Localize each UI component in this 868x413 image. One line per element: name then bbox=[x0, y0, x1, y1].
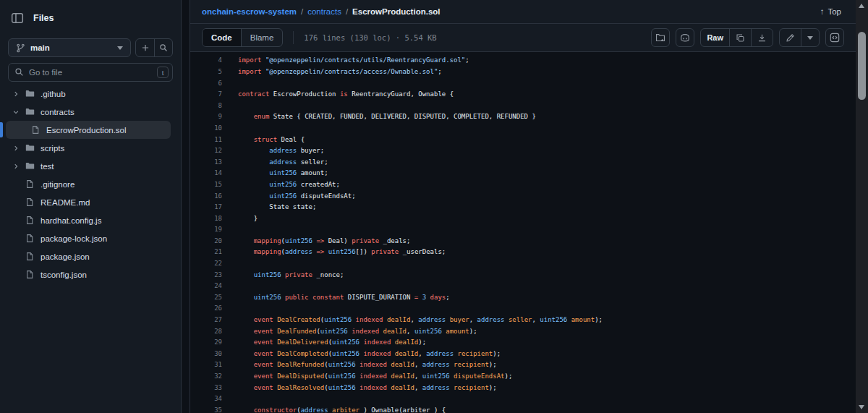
tab-blame[interactable]: Blame bbox=[242, 29, 283, 46]
line-number[interactable]: 31 bbox=[190, 361, 222, 368]
breadcrumb-folder-link[interactable]: contracts bbox=[307, 7, 341, 16]
page-scrollbar[interactable] bbox=[856, 0, 868, 413]
line-content: event DealFunded(uint256 indexed dealId,… bbox=[222, 328, 477, 335]
add-folder-icon bbox=[655, 33, 665, 43]
tree-item-package.json[interactable]: package.json bbox=[6, 247, 171, 265]
line-number[interactable]: 32 bbox=[190, 372, 222, 380]
line-content: contract EscrowProduction is ReentrancyG… bbox=[222, 90, 454, 98]
breadcrumb-repo-link[interactable]: onchain-escrow-system bbox=[202, 7, 297, 16]
back-to-top-button[interactable]: ↑ Top bbox=[820, 7, 841, 16]
raw-button[interactable]: Raw bbox=[701, 29, 729, 46]
symbols-panel-button[interactable] bbox=[825, 28, 844, 47]
line-number[interactable]: 27 bbox=[190, 316, 222, 323]
code-line: 25 uint256 public constant DISPUTE_DURAT… bbox=[190, 291, 856, 303]
line-number[interactable]: 28 bbox=[190, 328, 222, 335]
line-number[interactable]: 35 bbox=[190, 406, 222, 413]
download-button[interactable] bbox=[751, 29, 773, 46]
tab-code[interactable]: Code bbox=[203, 29, 242, 46]
copy-raw-button[interactable] bbox=[729, 29, 751, 46]
line-content: uint256 private _nonce; bbox=[222, 271, 344, 278]
code-line: 22 bbox=[190, 257, 856, 269]
tree-item-label: test bbox=[36, 162, 54, 171]
tree-item-package-lock.json[interactable]: package-lock.json bbox=[6, 229, 171, 247]
sidebar-resize-handle[interactable] bbox=[182, 0, 190, 413]
tree-item-label: tsconfig.json bbox=[36, 271, 87, 279]
branch-selector[interactable]: main bbox=[8, 38, 131, 57]
file-icon bbox=[31, 125, 40, 135]
line-content: event DealDelivered(uint256 indexed deal… bbox=[222, 339, 426, 346]
line-number[interactable]: 14 bbox=[190, 169, 222, 176]
tree-item-scripts[interactable]: scripts bbox=[6, 139, 171, 157]
chevron-right-icon bbox=[12, 163, 20, 170]
line-number[interactable]: 12 bbox=[190, 147, 222, 154]
line-number[interactable]: 9 bbox=[190, 113, 222, 120]
scroll-up-arrow-icon[interactable] bbox=[859, 4, 864, 8]
line-number[interactable]: 6 bbox=[190, 80, 222, 87]
edit-file-button[interactable] bbox=[780, 29, 801, 46]
line-number[interactable]: 8 bbox=[190, 102, 222, 109]
shortcut-key-hint: t bbox=[157, 67, 169, 78]
line-number[interactable]: 13 bbox=[190, 158, 222, 166]
tree-item-contracts[interactable]: contracts bbox=[6, 103, 171, 121]
tree-item-hardhat.config.js[interactable]: hardhat.config.js bbox=[6, 211, 171, 229]
tree-item-label: package-lock.json bbox=[36, 234, 107, 243]
line-number[interactable]: 17 bbox=[190, 203, 222, 210]
tree-item-label: .gitignore bbox=[36, 180, 75, 189]
line-number[interactable]: 4 bbox=[190, 56, 222, 64]
line-content: uint256 createdAt; bbox=[222, 181, 340, 188]
tree-item-tsconfig.json[interactable]: tsconfig.json bbox=[6, 265, 171, 284]
line-content: event DealDisputed(uint256 indexed dealI… bbox=[222, 372, 512, 380]
tree-item-.gitignore[interactable]: .gitignore bbox=[6, 175, 171, 193]
line-number[interactable]: 19 bbox=[190, 226, 222, 233]
copilot-button[interactable] bbox=[676, 28, 694, 47]
line-number[interactable]: 23 bbox=[190, 271, 222, 278]
tree-item-README.md[interactable]: README.md bbox=[6, 193, 171, 211]
line-number[interactable]: 22 bbox=[190, 260, 222, 267]
raw-copy-download-group: Raw bbox=[700, 28, 773, 47]
line-number[interactable]: 24 bbox=[190, 282, 222, 289]
code-line: 7 contract EscrowProduction is Reentranc… bbox=[190, 88, 856, 100]
code-line: 14 uint256 amount; bbox=[190, 168, 856, 179]
line-number[interactable]: 11 bbox=[190, 136, 222, 143]
edit-menu-button[interactable] bbox=[801, 29, 819, 46]
collapse-sidebar-button[interactable] bbox=[9, 9, 26, 27]
line-number[interactable]: 15 bbox=[190, 181, 222, 188]
code-line: 24 bbox=[190, 280, 856, 291]
scrollbar-thumb[interactable] bbox=[858, 32, 866, 100]
line-number[interactable]: 18 bbox=[190, 215, 222, 222]
branch-name: main bbox=[30, 43, 112, 52]
file-tree-sidebar: Files main t bbox=[0, 0, 182, 413]
go-to-file-input[interactable] bbox=[8, 63, 173, 82]
line-number[interactable]: 25 bbox=[190, 294, 222, 301]
search-this-repo-button[interactable] bbox=[154, 39, 172, 56]
code-line: 33 event DealResolved(uint256 indexed de… bbox=[190, 382, 856, 393]
line-number[interactable]: 20 bbox=[190, 237, 222, 244]
line-number[interactable]: 16 bbox=[190, 192, 222, 200]
new-file-button[interactable] bbox=[136, 39, 154, 56]
file-meta: 176 lines (130 loc) · 5.54 KB bbox=[293, 31, 436, 44]
code-line: 18 } bbox=[190, 213, 856, 224]
line-number[interactable]: 10 bbox=[190, 124, 222, 132]
line-number[interactable]: 33 bbox=[190, 384, 222, 391]
line-number[interactable]: 30 bbox=[190, 350, 222, 357]
code-line: 34 bbox=[190, 393, 856, 404]
scroll-down-arrow-icon[interactable] bbox=[859, 405, 864, 409]
add-file-button[interactable] bbox=[651, 28, 670, 47]
line-number[interactable]: 29 bbox=[190, 339, 222, 346]
folder-icon bbox=[25, 89, 35, 98]
tree-item-.github[interactable]: .github bbox=[6, 85, 171, 103]
line-number[interactable]: 26 bbox=[190, 305, 222, 312]
line-number[interactable]: 34 bbox=[190, 395, 222, 402]
tree-item-EscrowProduction.sol[interactable]: EscrowProduction.sol bbox=[6, 121, 171, 139]
line-number[interactable]: 3 bbox=[190, 52, 222, 53]
line-number[interactable]: 21 bbox=[190, 248, 222, 255]
line-content: uint256 amount; bbox=[222, 169, 328, 176]
code-viewport[interactable]: 3 4 import "@openzeppelin/contracts/util… bbox=[190, 52, 856, 413]
line-number[interactable]: 5 bbox=[190, 68, 222, 75]
tree-item-test[interactable]: test bbox=[6, 157, 171, 175]
line-content: struct Deal { bbox=[222, 136, 305, 143]
code-line: 29 event DealDelivered(uint256 indexed d… bbox=[190, 336, 856, 348]
line-number[interactable]: 7 bbox=[190, 90, 222, 98]
breadcrumb-separator: / bbox=[301, 7, 303, 16]
code-line: 26 bbox=[190, 303, 856, 315]
